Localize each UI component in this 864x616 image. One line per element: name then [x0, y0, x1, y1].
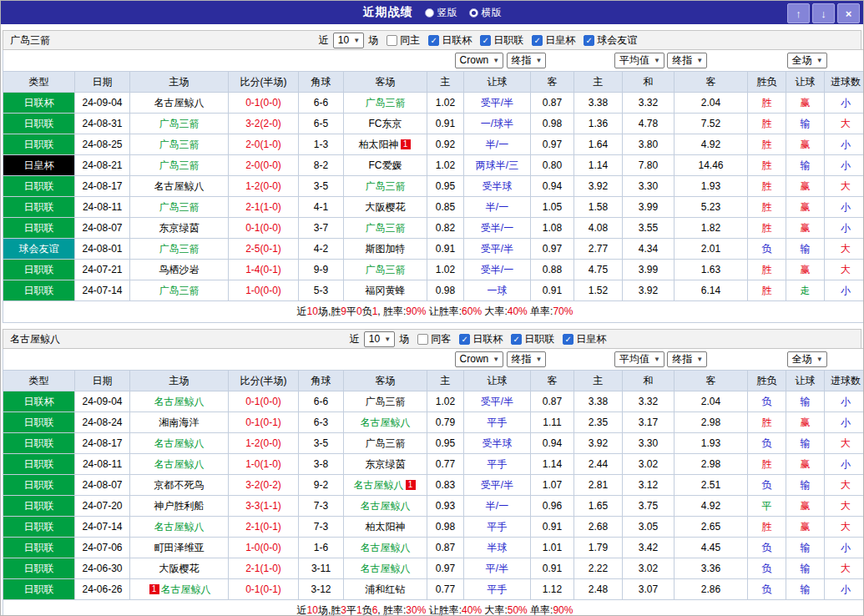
odds-select[interactable]: 终指▼: [507, 351, 547, 367]
column-header: 和: [623, 371, 675, 391]
odds-select[interactable]: 全场▼: [787, 53, 827, 68]
checkbox-label: 日联杯: [472, 332, 503, 346]
column-header: 主场: [130, 371, 229, 391]
date-cell: 24-07-14: [75, 280, 130, 301]
odds-select[interactable]: 终指▼: [667, 351, 707, 367]
summary-segment: , 胜率:: [377, 305, 406, 317]
handicap-cell: 受平/半: [464, 239, 531, 260]
column-header: 让球: [786, 371, 825, 391]
team-name-text: 名古屋鲸八: [154, 180, 205, 192]
odds-select[interactable]: 平均值▼: [614, 53, 664, 68]
home-team-cell: 京都不死鸟: [130, 475, 229, 496]
asia-home-odds-cell: 0.79: [427, 412, 464, 433]
result-scope-selector: 全场▼: [748, 349, 864, 371]
match-row: 日职联24-07-21鸟栖沙岩1-4(0-1)9-9广岛三箭1.02受半/一0.…: [3, 260, 864, 280]
team-name-text: 名古屋鲸八: [354, 479, 404, 491]
filter-checkbox[interactable]: ✓日职联: [480, 33, 523, 48]
odds-select[interactable]: 终指▼: [667, 53, 707, 68]
euro-draw-odds-cell: 3.80: [623, 134, 675, 155]
close-button[interactable]: ×: [837, 3, 860, 23]
result-goals-cell: 大: [825, 239, 864, 260]
summary-segment: 负: [362, 305, 372, 317]
team-name-text: 广岛三箭: [366, 97, 406, 109]
date-cell: 24-06-30: [75, 558, 130, 579]
column-header-row: 类型日期主场比分(半场)角球客场主让球客主和客胜负让球进球数: [3, 371, 864, 391]
home-team-cell: 名古屋鲸八: [130, 176, 229, 197]
column-header: 主场: [130, 72, 229, 93]
chevron-down-icon: ▼: [654, 57, 660, 64]
date-cell: 24-07-06: [75, 538, 130, 558]
euro-home-odds-cell: 1.79: [574, 538, 623, 558]
euro-draw-odds-cell: 3.02: [623, 558, 675, 579]
odds-select[interactable]: Crown▼: [455, 53, 504, 68]
euro-away-odds-cell: 4.92: [675, 496, 748, 517]
asia-home-odds-cell: 0.95: [427, 176, 464, 197]
red-card-badge: 1: [149, 584, 159, 594]
window-controls: ↑↓×: [787, 3, 860, 23]
summary-segment: 场,胜: [318, 305, 341, 317]
summary-segment: , 胜率:: [377, 604, 406, 616]
euro-away-odds-cell: 2.86: [675, 579, 748, 600]
home-team-cell: 名古屋鲸八: [130, 517, 229, 538]
euro-home-odds-cell: 1.14: [574, 155, 623, 176]
summary-row: 近10场,胜9平0负1, 胜率:90% 让胜率:60% 大率:40% 单率:70…: [3, 301, 864, 323]
team-name-text: 东京绿茵: [366, 458, 406, 470]
filter-checkbox[interactable]: 同主: [387, 33, 420, 48]
filter-checkbox[interactable]: ✓日皇杯: [532, 33, 575, 48]
odds-select[interactable]: 终指▼: [507, 53, 547, 68]
asia-home-odds-cell: 1.02: [427, 155, 464, 176]
asia-home-odds-cell: 0.85: [427, 197, 464, 218]
corner-cell: 8-2: [299, 155, 344, 176]
down-button[interactable]: ↓: [812, 3, 835, 23]
filter-checkbox[interactable]: ✓日联杯: [459, 332, 503, 346]
euro-home-odds-cell: 1.65: [574, 496, 623, 517]
team-name-text: FC爱媛: [369, 159, 402, 171]
chevron-down-icon: ▼: [816, 57, 823, 64]
asia-away-odds-cell: 1.01: [531, 538, 574, 558]
team-name-text: 名古屋鲸八: [361, 417, 411, 428]
euro-draw-odds-cell: 3.02: [623, 454, 675, 475]
odds-select-value: Crown: [460, 54, 489, 66]
odds-select[interactable]: Crown▼: [455, 351, 504, 367]
euro-home-odds-cell: 1.64: [574, 134, 623, 155]
euro-away-odds-cell: 5.23: [675, 197, 748, 218]
euro-draw-odds-cell: 3.92: [623, 280, 675, 301]
radio-horizontal[interactable]: 横版: [469, 6, 502, 20]
checkbox-icon: ✓: [480, 35, 491, 46]
date-cell: 24-09-04: [75, 93, 130, 114]
filter-checkbox[interactable]: ✓日联杯: [428, 33, 472, 48]
corner-cell: 1-3: [299, 134, 344, 155]
radio-icon: [425, 8, 434, 18]
result-goals-cell: 小: [825, 197, 864, 218]
summary-segment: 40%: [462, 604, 482, 616]
odds-select[interactable]: 平均值▼: [614, 351, 664, 367]
summary-segment: 60%: [462, 305, 482, 317]
recent-label: 近: [350, 332, 360, 346]
team-name-text: 福冈黄蜂: [366, 285, 406, 296]
filter-checkbox[interactable]: ✓日皇杯: [563, 332, 606, 346]
handicap-cell: 半/一: [464, 197, 531, 218]
team-name-text: 大阪樱花: [366, 201, 406, 213]
home-team-cell: 广岛三箭: [130, 280, 229, 301]
result-outcome-cell: 胜: [748, 517, 786, 538]
filter-checkbox[interactable]: 同客: [417, 332, 451, 346]
filter-checkbox[interactable]: ✓日职联: [511, 332, 554, 346]
result-goals-cell: 小: [825, 579, 864, 600]
summary-segment: 10: [307, 604, 318, 616]
chevron-down-icon: ▼: [816, 356, 823, 363]
euro-home-odds-cell: 2.22: [574, 558, 623, 579]
result-outcome-cell: 胜: [748, 155, 786, 176]
euro-draw-odds-cell: 3.55: [623, 218, 675, 239]
summary-segment: 9: [341, 305, 346, 317]
euro-draw-odds-cell: 4.78: [623, 114, 675, 134]
odds-select[interactable]: 全场▼: [787, 351, 827, 367]
result-goals-cell: 小: [825, 134, 864, 155]
team-name-text: 柏太阳神: [366, 521, 406, 533]
filter-checkbox[interactable]: ✓球会友谊: [584, 33, 637, 48]
match-count-select[interactable]: 10▼: [364, 331, 395, 347]
result-handicap-cell: 赢: [786, 496, 825, 517]
up-button[interactable]: ↑: [787, 3, 810, 23]
radio-vertical[interactable]: 竖版: [425, 6, 457, 20]
match-count-select[interactable]: 10▼: [333, 33, 364, 48]
match-count-value: 10: [338, 34, 349, 46]
